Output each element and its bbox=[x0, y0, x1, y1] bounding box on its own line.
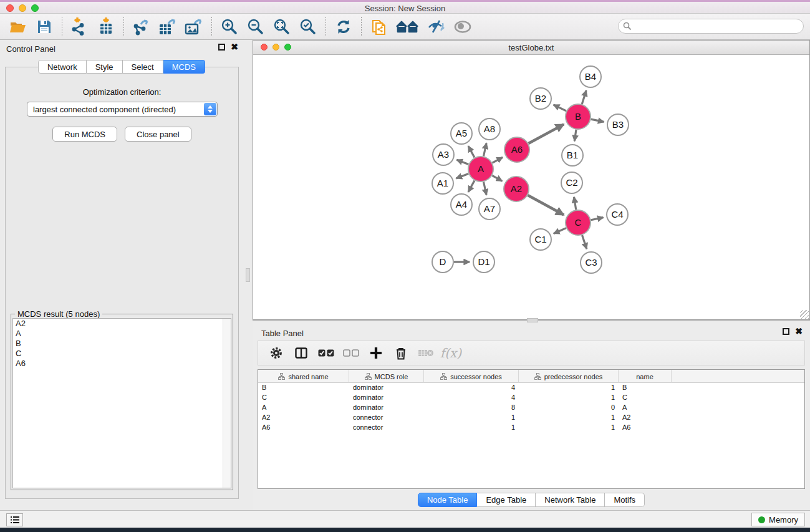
column-header-predecessor-nodes[interactable]: predecessor nodes bbox=[519, 370, 619, 383]
mcds-result-item[interactable]: A6 bbox=[13, 359, 231, 369]
table-cell[interactable]: 4 bbox=[424, 393, 519, 403]
table-cell[interactable]: A6 bbox=[619, 423, 672, 433]
graph-edge-A6-B[interactable] bbox=[528, 124, 564, 143]
table-cell[interactable]: 1 bbox=[424, 413, 519, 423]
mcds-result-item[interactable]: B bbox=[13, 339, 231, 349]
import-table-icon[interactable] bbox=[95, 16, 117, 37]
tab-network-table[interactable]: Network Table bbox=[536, 493, 605, 507]
deselect-all-icon[interactable] bbox=[340, 344, 362, 362]
export-image-icon[interactable] bbox=[183, 16, 205, 37]
tab-mcds[interactable]: MCDS bbox=[163, 60, 205, 74]
float-panel-icon[interactable] bbox=[783, 328, 789, 335]
graph-edge-A-A6[interactable] bbox=[493, 157, 503, 163]
column-header-name[interactable]: name bbox=[619, 370, 672, 383]
table-cell[interactable]: connector bbox=[349, 423, 424, 433]
save-session-icon[interactable] bbox=[33, 16, 55, 37]
mcds-result-item[interactable]: A bbox=[13, 329, 231, 339]
task-history-button[interactable] bbox=[6, 513, 23, 526]
window-resize-grip[interactable] bbox=[800, 310, 809, 319]
zoom-in-icon[interactable] bbox=[218, 16, 241, 37]
graph-edge-C-C3[interactable] bbox=[582, 235, 587, 249]
close-panel-icon[interactable]: ✖ bbox=[795, 328, 803, 335]
graph-edge-B-B2[interactable] bbox=[554, 105, 566, 111]
tab-network[interactable]: Network bbox=[38, 60, 87, 74]
table-row[interactable]: Bdominator41B bbox=[258, 383, 804, 393]
graph-edge-A-A5[interactable] bbox=[468, 146, 475, 157]
zoom-fit-icon[interactable] bbox=[271, 16, 293, 37]
table-cell[interactable]: 1 bbox=[519, 413, 619, 423]
table-cell[interactable]: dominator bbox=[349, 403, 424, 413]
tab-motifs[interactable]: Motifs bbox=[605, 493, 645, 507]
search-input[interactable] bbox=[618, 19, 804, 34]
import-network-icon[interactable] bbox=[69, 16, 91, 37]
show-all-icon[interactable] bbox=[451, 16, 474, 37]
graph-edge-A-A1[interactable] bbox=[456, 173, 469, 178]
zoom-selected-icon[interactable] bbox=[297, 16, 319, 37]
function-builder-icon[interactable]: f(x) bbox=[440, 344, 461, 362]
open-session-icon[interactable] bbox=[7, 16, 29, 37]
scrollbar-track[interactable] bbox=[223, 319, 231, 488]
column-header-successor-nodes[interactable]: successor nodes bbox=[424, 370, 519, 383]
table-cell[interactable]: 8 bbox=[424, 403, 519, 413]
optimization-criterion-select[interactable]: largest connected component (directed) bbox=[27, 102, 218, 117]
table-row[interactable]: Adominator80A bbox=[258, 403, 804, 413]
export-network-icon[interactable] bbox=[130, 16, 153, 37]
column-header-shared-name[interactable]: shared name bbox=[258, 370, 349, 383]
graph-edge-A-A2[interactable] bbox=[492, 175, 502, 181]
clone-network-icon[interactable] bbox=[368, 16, 390, 37]
tab-select[interactable]: Select bbox=[123, 60, 163, 74]
first-neighbors-icon[interactable] bbox=[394, 16, 422, 37]
splitter-handle[interactable] bbox=[246, 268, 250, 282]
refresh-icon[interactable] bbox=[332, 16, 355, 37]
graph-edge-A-A7[interactable] bbox=[483, 182, 486, 195]
vertical-splitter[interactable] bbox=[243, 40, 253, 510]
tab-node-table[interactable]: Node Table bbox=[418, 493, 478, 507]
table-cell[interactable]: B bbox=[619, 383, 672, 393]
table-cell[interactable]: A6 bbox=[258, 423, 349, 433]
hide-selected-icon[interactable] bbox=[425, 16, 448, 37]
table-cell[interactable]: 1 bbox=[424, 423, 519, 433]
graph-edge-C-C1[interactable] bbox=[554, 228, 566, 234]
table-cell[interactable]: 0 bbox=[519, 403, 619, 413]
network-canvas[interactable]: AA1A2A3A4A5A6A7A8BB1B2B3B4CC1C2C3C4DD1 bbox=[254, 56, 809, 319]
table-cell[interactable]: B bbox=[258, 383, 349, 393]
graph-edge-C-C2[interactable] bbox=[574, 197, 576, 210]
table-cell[interactable]: dominator bbox=[349, 393, 424, 403]
horizontal-splitter[interactable] bbox=[253, 320, 810, 324]
graph-edge-A-A8[interactable] bbox=[483, 143, 486, 156]
table-cell[interactable]: 1 bbox=[519, 393, 619, 403]
table-cell[interactable]: C bbox=[258, 393, 349, 403]
table-row[interactable]: A6connector11A6 bbox=[258, 423, 804, 433]
graph-edge-C-C4[interactable] bbox=[591, 218, 604, 220]
mcds-result-item[interactable]: C bbox=[13, 349, 231, 359]
mcds-result-list[interactable]: A2ABCA6 bbox=[12, 318, 231, 488]
float-panel-icon[interactable] bbox=[218, 44, 225, 51]
table-cell[interactable]: 4 bbox=[424, 383, 519, 393]
delete-column-icon[interactable] bbox=[390, 344, 412, 362]
columns-icon[interactable] bbox=[291, 344, 312, 362]
table-cell[interactable]: A2 bbox=[258, 413, 349, 423]
node-table[interactable]: shared name MCDS role successor nodes pr… bbox=[258, 369, 805, 489]
close-panel-icon[interactable]: ✖ bbox=[231, 44, 238, 51]
select-all-icon[interactable] bbox=[316, 344, 337, 362]
graph-edge-B-B4[interactable] bbox=[582, 90, 586, 104]
column-header-MCDS-role[interactable]: MCDS role bbox=[349, 370, 424, 383]
graph-edge-B-B3[interactable] bbox=[591, 119, 604, 122]
network-window-titlebar[interactable]: testGlobe.txt bbox=[253, 41, 809, 55]
graph-edge-B-B1[interactable] bbox=[574, 130, 576, 141]
run-mcds-button[interactable]: Run MCDS bbox=[52, 127, 117, 142]
mcds-result-item[interactable]: A2 bbox=[13, 319, 231, 329]
memory-button[interactable]: Memory bbox=[751, 513, 805, 526]
tab-style[interactable]: Style bbox=[87, 60, 123, 74]
splitter-handle[interactable] bbox=[527, 318, 538, 322]
add-column-icon[interactable] bbox=[365, 344, 387, 362]
gear-icon[interactable] bbox=[266, 344, 287, 362]
graph-edge-A-A3[interactable] bbox=[456, 160, 468, 164]
tab-edge-table[interactable]: Edge Table bbox=[477, 493, 536, 507]
close-panel-button[interactable]: Close panel bbox=[125, 127, 191, 142]
table-cell[interactable]: C bbox=[619, 393, 672, 403]
table-header-row[interactable]: shared name MCDS role successor nodes pr… bbox=[258, 370, 804, 383]
table-cell[interactable]: A2 bbox=[619, 413, 672, 423]
table-cell[interactable]: A bbox=[258, 403, 349, 413]
table-body[interactable]: Bdominator41BCdominator41CAdominator80AA… bbox=[258, 383, 804, 433]
